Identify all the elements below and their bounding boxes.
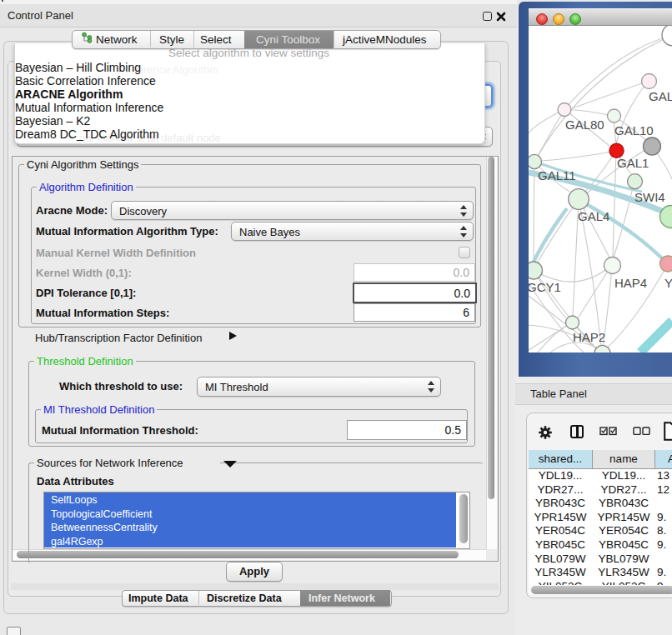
svg-text:GAL: GAL: [649, 89, 672, 103]
svg-text:GAL1: GAL1: [617, 156, 649, 170]
svg-text:HAP4: HAP4: [614, 276, 647, 290]
svg-text:HAP2: HAP2: [573, 330, 605, 344]
svg-text:GAL10: GAL10: [614, 123, 654, 138]
svg-text:GAL11: GAL11: [538, 168, 576, 182]
svg-text:SWI4: SWI4: [634, 190, 665, 204]
svg-text:GAL80: GAL80: [565, 118, 604, 132]
svg-text:GCY1: GCY1: [529, 280, 561, 294]
svg-text:GAL4: GAL4: [578, 209, 609, 223]
svg-text:Y: Y: [664, 276, 672, 290]
